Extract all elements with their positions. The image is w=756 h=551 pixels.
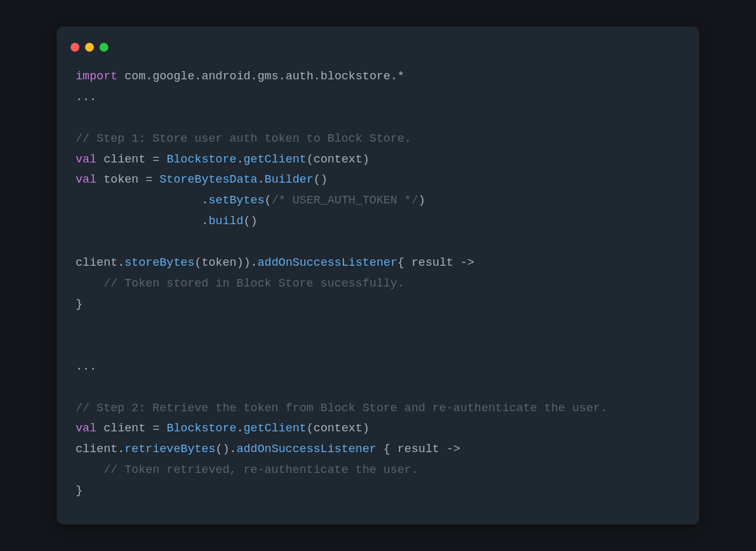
lambda-param: result xyxy=(411,256,454,270)
class-name: Blockstore xyxy=(166,422,236,435)
code-line: val client = Blockstore.getClient(contex… xyxy=(76,150,680,171)
keyword-val: val xyxy=(76,422,96,435)
minimize-icon[interactable] xyxy=(85,43,94,52)
variable-name: client xyxy=(103,422,146,435)
window-titlebar xyxy=(57,39,699,67)
function-name: Builder xyxy=(265,173,314,186)
code-editor-window: import com.google.android.gms.auth.block… xyxy=(57,26,699,525)
keyword-import: import xyxy=(76,70,118,83)
code-line: .build() xyxy=(76,212,680,232)
lambda-param: result xyxy=(398,443,440,456)
function-name: storeBytes xyxy=(125,256,195,270)
code-line: // Token retrieved, re-authenticate the … xyxy=(76,460,680,481)
comment: // Step 1: Store user auth token to Bloc… xyxy=(76,132,411,145)
comment: // Token stored in Block Store sucessful… xyxy=(103,277,404,290)
function-name: getClient xyxy=(244,153,307,166)
code-line xyxy=(76,232,680,253)
code-line: // Step 1: Store user auth token to Bloc… xyxy=(76,129,680,150)
class-name: Blockstore xyxy=(166,153,236,166)
object-name: client xyxy=(76,256,118,270)
code-line: } xyxy=(76,295,680,315)
code-line xyxy=(76,378,680,399)
function-name: setBytes xyxy=(209,194,265,207)
code-line: // Step 2: Retrieve the token from Block… xyxy=(76,399,680,419)
argument: context xyxy=(314,422,363,435)
keyword-val: val xyxy=(76,173,96,186)
function-name: addOnSuccessListener xyxy=(258,256,398,270)
function-name: addOnSuccessListener xyxy=(236,443,376,456)
comment: // Step 2: Retrieve the token from Block… xyxy=(76,402,607,415)
code-line: client.retrieveBytes().addOnSuccessListe… xyxy=(76,440,680,460)
code-line xyxy=(76,108,680,129)
code-content: import com.google.android.gms.auth.block… xyxy=(57,67,699,502)
code-line xyxy=(76,315,680,336)
close-icon[interactable] xyxy=(71,43,79,52)
code-line: client.storeBytes(token)).addOnSuccessLi… xyxy=(76,253,680,274)
code-line: val token = StoreBytesData.Builder() xyxy=(76,170,680,191)
code-line: ... xyxy=(76,357,680,378)
class-name: StoreBytesData xyxy=(159,173,257,186)
function-name: build xyxy=(209,215,244,228)
function-name: retrieveBytes xyxy=(125,443,215,456)
code-line: val client = Blockstore.getClient(contex… xyxy=(76,419,680,440)
variable-name: client xyxy=(103,153,146,166)
ellipsis: ... xyxy=(76,360,96,373)
argument: context xyxy=(314,153,363,166)
ellipsis: ... xyxy=(76,91,96,104)
close-brace: } xyxy=(76,484,83,497)
code-line: ... xyxy=(76,88,680,108)
zoom-icon[interactable] xyxy=(100,43,108,52)
function-name: getClient xyxy=(244,422,307,435)
code-line xyxy=(76,336,680,357)
argument: token xyxy=(202,256,237,270)
inline-comment: /* USER_AUTH_TOKEN */ xyxy=(272,194,418,207)
variable-name: token xyxy=(103,173,139,186)
code-line: .setBytes(/* USER_AUTH_TOKEN */) xyxy=(76,191,680,212)
comment: // Token retrieved, re-authenticate the … xyxy=(103,463,418,477)
code-line: import com.google.android.gms.auth.block… xyxy=(76,67,680,88)
code-line: // Token stored in Block Store sucessful… xyxy=(76,274,680,295)
close-brace: } xyxy=(76,298,83,311)
keyword-val: val xyxy=(76,153,96,166)
code-line: } xyxy=(76,481,680,502)
object-name: client xyxy=(76,443,118,456)
